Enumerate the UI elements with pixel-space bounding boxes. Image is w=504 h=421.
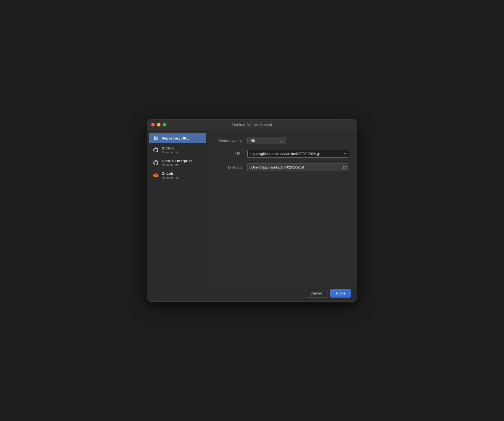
- sidebar-item-repository-url[interactable]: Repository URL: [149, 133, 206, 143]
- sidebar-item-gitlab[interactable]: GitLab No accounts: [149, 169, 206, 181]
- version-control-select[interactable]: Git Mercurial Subversion: [247, 137, 286, 144]
- github-icon: [153, 147, 159, 153]
- directory-input[interactable]: [247, 163, 349, 171]
- url-dropdown-button[interactable]: [341, 150, 349, 158]
- directory-label: Directory:: [216, 165, 243, 169]
- main-panel: Version control: Git Mercurial Subversio…: [208, 130, 357, 285]
- sidebar-item-repository-url-content: Repository URL: [162, 136, 189, 140]
- sidebar-item-github-content: GitHub No accounts: [162, 146, 179, 154]
- version-control-select-wrapper: Git Mercurial Subversion: [247, 137, 286, 144]
- title-bar: Get from Version Control: [147, 120, 357, 130]
- directory-browse-button[interactable]: [341, 163, 349, 171]
- main-window: Get from Version Control Repository URL: [147, 119, 357, 302]
- url-label: URL:: [216, 152, 243, 156]
- sidebar-item-github-enterprise-sublabel: No accounts: [162, 163, 192, 167]
- maximize-button[interactable]: [163, 123, 166, 127]
- sidebar-item-gitlab-label: GitLab: [162, 172, 179, 176]
- version-control-label: Version control:: [216, 138, 243, 143]
- sidebar-item-gitlab-sublabel: No accounts: [162, 176, 179, 179]
- sidebar-item-github-enterprise-content: GitHub Enterprise No accounts: [162, 159, 192, 167]
- window-title: Get from Version Control: [232, 123, 272, 127]
- sidebar-item-github[interactable]: GitHub No accounts: [149, 144, 206, 156]
- sidebar: Repository URL GitHub No accounts: [147, 130, 208, 285]
- url-row: URL:: [216, 150, 349, 158]
- directory-row: Directory:: [216, 163, 349, 171]
- clone-button[interactable]: Clone: [330, 289, 351, 298]
- sidebar-item-repository-url-label: Repository URL: [162, 136, 189, 140]
- url-input-wrapper: [247, 150, 349, 158]
- sidebar-item-github-enterprise[interactable]: GitHub Enterprise No accounts: [149, 157, 206, 169]
- sidebar-item-github-enterprise-label: GitHub Enterprise: [162, 159, 192, 163]
- content-area: Repository URL GitHub No accounts: [147, 130, 357, 285]
- repository-url-icon: [153, 135, 159, 141]
- directory-input-wrapper: [247, 163, 349, 171]
- sidebar-item-github-label: GitHub: [162, 146, 179, 150]
- traffic-lights: [151, 123, 166, 127]
- github-enterprise-icon: [153, 160, 159, 166]
- svg-point-0: [155, 137, 156, 138]
- url-input[interactable]: [247, 150, 349, 158]
- directory-field-wrapper: [247, 163, 349, 171]
- gitlab-icon: [153, 172, 159, 178]
- version-control-row: Version control: Git Mercurial Subversio…: [216, 137, 349, 144]
- sidebar-item-gitlab-content: GitLab No accounts: [162, 172, 179, 179]
- url-field-wrapper: [247, 150, 349, 158]
- sidebar-item-github-sublabel: No accounts: [162, 151, 179, 154]
- cancel-button[interactable]: Cancel: [305, 289, 327, 298]
- close-button[interactable]: [151, 123, 155, 127]
- minimize-button[interactable]: [157, 123, 161, 127]
- footer: Cancel Clone: [147, 285, 357, 301]
